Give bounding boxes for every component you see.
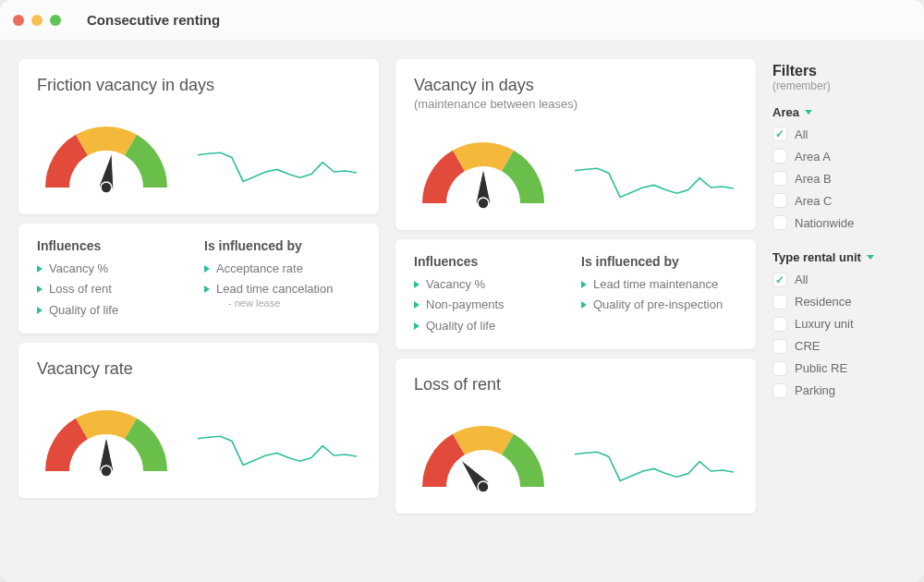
- influenced-by-header: Is influenced by: [581, 254, 737, 269]
- checkbox-icon: [772, 193, 787, 208]
- filter-option[interactable]: Nationwide: [772, 215, 920, 230]
- filter-option[interactable]: Public RE: [772, 361, 920, 376]
- checkbox-icon: [772, 215, 787, 230]
- chevron-down-icon: [867, 255, 874, 260]
- window-title: Consecutive renting: [87, 12, 220, 28]
- checkbox-icon: [772, 273, 787, 287]
- triangle-icon: [414, 281, 419, 288]
- checkbox-icon: [772, 149, 787, 164]
- gauge-chart: [414, 127, 553, 215]
- influenced-by-list: Acceptance rate Lead time cancelation - …: [204, 259, 360, 312]
- triangle-icon: [204, 285, 210, 293]
- kpi-loss-of-rent[interactable]: Loss of rent: [395, 358, 756, 514]
- sparkline-chart: [194, 144, 360, 200]
- kpi-title: Vacancy in days: [414, 76, 737, 95]
- list-item[interactable]: Quality of life: [37, 300, 193, 321]
- svg-point-0: [101, 182, 112, 193]
- triangle-icon: [414, 322, 419, 330]
- gauge-chart: [37, 112, 176, 200]
- checkbox-icon: [772, 317, 787, 332]
- right-column: Vacancy in days (maintenance between lea…: [395, 59, 756, 564]
- filter-option[interactable]: All: [772, 127, 920, 141]
- triangle-icon: [37, 265, 43, 273]
- titlebar: Consecutive renting: [0, 0, 924, 41]
- checkbox-icon: [772, 383, 787, 398]
- list-item[interactable]: Quality of pre-inspection: [581, 295, 737, 315]
- filter-group-area[interactable]: Area: [772, 105, 920, 119]
- window-controls: [13, 15, 61, 26]
- svg-point-2: [478, 198, 489, 209]
- filter-options-area: All Area A Area B Area C Nationwide: [772, 127, 920, 230]
- filter-option[interactable]: Residence: [772, 295, 920, 309]
- checkbox-icon: [772, 171, 787, 186]
- influences-list: Vacancy % Non-payments Quality of life: [414, 274, 570, 336]
- kpi-vacancy-rate[interactable]: Vacancy rate: [18, 343, 379, 498]
- svg-point-3: [478, 481, 489, 492]
- triangle-icon: [414, 301, 419, 309]
- list-item[interactable]: Quality of life: [414, 316, 570, 336]
- kpi-subtitle: (maintenance between leases): [414, 97, 737, 111]
- filter-option[interactable]: Parking: [772, 383, 920, 398]
- sparkline-chart: [571, 443, 737, 499]
- triangle-icon: [37, 285, 43, 293]
- filter-option[interactable]: Area A: [772, 149, 920, 164]
- minimize-icon[interactable]: [31, 15, 43, 26]
- checkbox-icon: [772, 127, 787, 141]
- sparkline-chart: [194, 428, 360, 483]
- chevron-down-icon: [805, 110, 812, 115]
- filter-option[interactable]: Area B: [772, 171, 920, 186]
- list-item[interactable]: Lead time cancelation - new lease: [204, 279, 360, 312]
- kpi-title: Vacancy rate: [37, 359, 360, 379]
- filter-option[interactable]: CRE: [772, 339, 920, 354]
- checkbox-icon: [772, 361, 787, 376]
- influences-header: Influences: [414, 254, 570, 269]
- list-item[interactable]: Vacancy %: [37, 259, 193, 279]
- filters-panel: Filters (remember) Area All Area A Area …: [772, 59, 920, 564]
- close-icon[interactable]: [13, 15, 24, 26]
- checkbox-icon: [772, 295, 787, 309]
- kpi-title: Friction vacancy in days: [37, 76, 360, 95]
- influenced-by-list: Lead time maintenance Quality of pre-ins…: [581, 274, 737, 316]
- list-item[interactable]: Non-payments: [414, 295, 570, 315]
- list-item[interactable]: Lead time maintenance: [581, 274, 737, 295]
- filter-group-type[interactable]: Type rental unit: [772, 250, 920, 265]
- checkbox-icon: [772, 339, 787, 354]
- sparkline-chart: [571, 160, 737, 215]
- list-item[interactable]: Vacancy %: [414, 274, 570, 295]
- triangle-icon: [581, 301, 587, 309]
- app-window: Consecutive renting Friction vacancy in …: [0, 0, 924, 582]
- list-item[interactable]: Acceptance rate: [204, 259, 360, 279]
- gauge-chart: [37, 395, 176, 483]
- influenced-by-header: Is influenced by: [204, 238, 360, 253]
- filter-option[interactable]: Area C: [772, 193, 920, 208]
- svg-point-1: [101, 466, 112, 477]
- list-item[interactable]: Loss of rent: [37, 279, 193, 299]
- triangle-icon: [581, 281, 587, 288]
- left-column: Friction vacancy in days Influences Vaca…: [18, 59, 379, 564]
- dashboard-content: Friction vacancy in days Influences Vaca…: [0, 41, 924, 582]
- filters-title: Filters: [772, 63, 920, 79]
- kpi-title: Loss of rent: [414, 375, 737, 394]
- filters-note: (remember): [772, 79, 920, 92]
- kpi-vacancy-days[interactable]: Vacancy in days (maintenance between lea…: [395, 59, 756, 230]
- influences-vacancy-days: Influences Vacancy % Non-payments Qualit…: [395, 239, 756, 349]
- gauge-chart: [414, 411, 553, 499]
- kpi-friction-vacancy[interactable]: Friction vacancy in days: [18, 59, 379, 214]
- filter-option[interactable]: Luxury unit: [772, 317, 920, 332]
- filter-options-type: All Residence Luxury unit CRE Public RE …: [772, 273, 920, 398]
- influences-list: Vacancy % Loss of rent Quality of life: [37, 259, 193, 321]
- influences-friction-vacancy: Influences Vacancy % Loss of rent Qualit…: [18, 224, 379, 333]
- triangle-icon: [204, 265, 210, 273]
- influences-header: Influences: [37, 238, 193, 253]
- triangle-icon: [37, 307, 43, 314]
- filter-option[interactable]: All: [772, 273, 920, 287]
- zoom-icon[interactable]: [50, 15, 61, 26]
